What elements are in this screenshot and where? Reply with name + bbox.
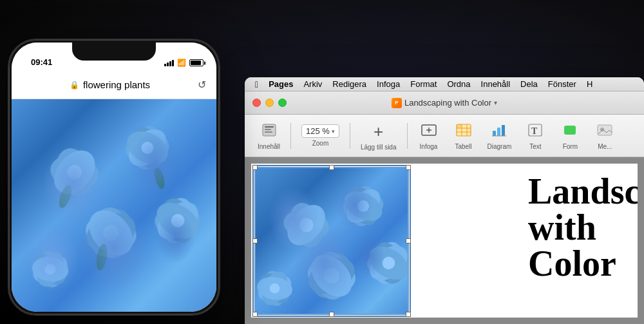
iphone-address-bar[interactable]: 🔒 flowering plants ↺ [12, 71, 216, 99]
menu-redigera[interactable]: Redigera [327, 77, 372, 91]
title-line2: with Color [528, 207, 616, 283]
menu-dela[interactable]: Dela [515, 77, 543, 91]
svg-rect-34 [265, 126, 274, 128]
diagram-icon [491, 122, 507, 141]
toolbar: Innehåll 125 % ▾ Zoom + Lägg till sida [245, 115, 644, 157]
iphone-mockup: 09:41 📶 🔒 flowering plants [8, 39, 220, 316]
minimize-button[interactable] [265, 99, 274, 107]
signal-icon [164, 59, 174, 66]
svg-text:T: T [531, 126, 538, 136]
apple-menu[interactable]:  [250, 77, 263, 91]
toolbar-separator-2 [350, 123, 350, 149]
add-label: Lägg till sida [361, 144, 397, 151]
toolbar-separator-3 [407, 123, 408, 149]
selection-handle-mr [406, 238, 411, 243]
toolbar-form-btn[interactable]: Form [554, 119, 586, 153]
infoga-label: Infoga [420, 143, 438, 150]
address-text: flowering plants [83, 79, 150, 90]
toolbar-innehall-btn[interactable]: Innehåll [252, 119, 285, 153]
tabell-icon [455, 122, 472, 141]
selection-handle-tl [252, 165, 258, 170]
selection-handle-br [406, 312, 411, 317]
zoom-control[interactable]: 125 % ▾ Zoom [296, 122, 345, 149]
iphone-status-icons: 📶 [164, 59, 204, 67]
close-button[interactable] [252, 99, 261, 107]
mac-window:  Pages Arkiv Redigera Infoga Format Ord… [245, 77, 644, 324]
pages-flower-overlay [256, 168, 408, 314]
traffic-lights [252, 99, 287, 107]
lock-icon: 🔒 [70, 81, 79, 90]
iphone-notch [72, 43, 156, 61]
zoom-display: 125 % ▾ [301, 124, 339, 138]
form-label: Form [563, 143, 578, 150]
toolbar-diagram-btn[interactable]: Diagram [482, 119, 517, 153]
menu-infoga[interactable]: Infoga [372, 77, 405, 91]
selection-handle-tm [329, 165, 334, 170]
selection-handle-bl [252, 312, 258, 317]
menu-ordna[interactable]: Ordna [442, 77, 475, 91]
svg-rect-48 [502, 125, 505, 136]
selection-handle-ml [252, 238, 258, 243]
pages-photo[interactable] [254, 167, 409, 315]
doc-canvas: Landscapi with Color [245, 157, 644, 324]
svg-rect-46 [493, 131, 496, 136]
zoom-value: 125 % [306, 126, 330, 136]
infoga-icon [421, 122, 437, 141]
title-bar: P Landscaping with Color ▾ [245, 91, 644, 115]
svg-rect-35 [265, 129, 271, 130]
menu-h[interactable]: H [582, 77, 598, 91]
selection-handle-bm [329, 312, 334, 317]
form-icon [562, 122, 578, 141]
add-page-icon[interactable]: + [368, 121, 389, 142]
maximize-button[interactable] [278, 99, 287, 107]
zoom-chevron-icon: ▾ [332, 128, 335, 135]
svg-rect-45 [457, 124, 462, 128]
tabell-label: Tabell [455, 143, 471, 150]
window-title-text: Landscaping with Color [404, 98, 491, 108]
text-icon: T [527, 122, 544, 141]
window-title: P Landscaping with Color ▾ [392, 98, 497, 108]
toolbar-tabell-btn[interactable]: Tabell [448, 119, 480, 153]
title-line1: Landscapi [528, 171, 638, 211]
toolbar-infoga-btn[interactable]: Infoga [413, 119, 445, 153]
text-label: Text [529, 143, 541, 150]
menu-bar:  Pages Arkiv Redigera Infoga Format Ord… [245, 77, 644, 91]
menu-arkiv[interactable]: Arkiv [298, 77, 327, 91]
menu-fonster[interactable]: Fönster [543, 77, 582, 91]
svg-rect-52 [564, 126, 576, 135]
menu-format[interactable]: Format [405, 77, 442, 91]
diagram-label: Diagram [488, 143, 512, 150]
pages-app-icon: P [392, 98, 402, 108]
doc-page: Landscapi with Color [251, 164, 638, 318]
iphone-flower-overlay [12, 99, 216, 312]
zoom-label: Zoom [312, 140, 329, 147]
book-title-area: Landscapi with Color [522, 164, 638, 291]
toolbar-media-btn[interactable]: Me... [589, 119, 621, 153]
document-area: Landscapi with Color [245, 157, 644, 324]
svg-rect-47 [497, 128, 500, 136]
menu-pages[interactable]: Pages [263, 77, 298, 91]
reload-icon[interactable]: ↺ [198, 79, 206, 91]
innehall-icon [261, 122, 278, 141]
menu-innehall[interactable]: Innehåll [476, 77, 516, 91]
media-label: Me... [598, 143, 612, 150]
chevron-down-icon: ▾ [494, 99, 497, 106]
iphone-photo [12, 99, 216, 312]
svg-rect-36 [265, 131, 272, 133]
book-title-text: Landscapi with Color [528, 173, 631, 281]
toolbar-add-btn[interactable]: + Lägg till sida [355, 119, 402, 153]
toolbar-text-btn[interactable]: T Text [519, 119, 551, 153]
battery-icon [189, 59, 204, 66]
innehall-label: Innehåll [258, 143, 280, 150]
address-content: 🔒 flowering plants [22, 79, 198, 90]
toolbar-separator-1 [290, 123, 291, 149]
iphone-time: 09:41 [24, 57, 52, 67]
selection-handle-tr [406, 165, 411, 170]
wifi-icon: 📶 [177, 59, 186, 67]
svg-point-54 [600, 128, 604, 131]
media-icon [596, 122, 613, 141]
